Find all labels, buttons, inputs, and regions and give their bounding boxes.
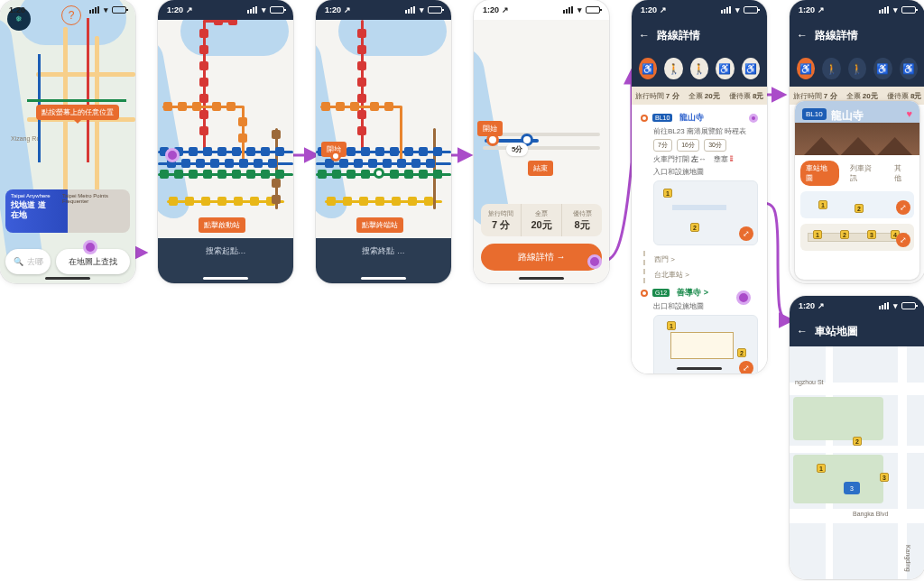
time-chip[interactable]: 7分 (653, 139, 672, 152)
search-pill[interactable]: 🔍 去哪 (5, 249, 51, 274)
hint-tooltip: 點擊終端站 (356, 217, 403, 233)
screen-metro-pick-start: 1:20 ↗ ▾ 10x 點擊啟動站 搜索起點… (158, 0, 293, 283)
hint-tooltip: 點按螢幕上的任意位置 (36, 105, 119, 120)
statusbar: 1:20 ↗ ▾ (474, 0, 609, 20)
station-link[interactable]: 善導寺 > (677, 287, 708, 299)
mode-selector: ♿ 🚶 🚶 ♿ ♿ (632, 51, 767, 87)
station-link[interactable]: 龍山寺 (679, 112, 704, 124)
tab-other[interactable]: 其他 (889, 161, 914, 186)
station-start[interactable] (330, 151, 341, 161)
screen-station-map: 1:20 ↗▾ ←車站地圖 ngzhou St Bangka Blvd Kang… (790, 296, 924, 579)
back-icon[interactable]: ← (797, 325, 808, 337)
line-code: BL10 (652, 114, 672, 122)
back-icon[interactable]: ← (639, 29, 650, 42)
statusbar: 1:20 ▾ (0, 0, 135, 20)
page-title: 車站地圖 (815, 324, 858, 339)
screen-map-home: 1:20 ▾ Xizang Rd ❅ ? 點按螢幕上的任意位置 Taipei A… (0, 0, 135, 283)
favorite-icon[interactable]: ♥ (906, 108, 912, 119)
map-canvas[interactable]: Xizang Rd ❅ ? 點按螢幕上的任意位置 Taipei Anywhere… (0, 0, 135, 283)
search-icon: 🔍 (14, 257, 23, 266)
mode-walk[interactable]: 🚶 (664, 58, 682, 79)
expand-icon[interactable]: ⤢ (896, 200, 910, 215)
header: ← 路線詳情 (632, 20, 767, 51)
travel-time-pill: 5分 (506, 143, 528, 156)
flow-anchor (83, 240, 97, 254)
station-name: 龍山寺 (831, 108, 864, 124)
screen-metro-pick-end: 1:20 ↗ ▾ 10x 開始 點擊終端站 搜索終點 … (316, 0, 451, 283)
intermediate-stops[interactable]: 西門 > 台北車站 > (643, 251, 758, 283)
statusbar: 1:20 ↗ ▾ (632, 0, 767, 20)
promo-banner[interactable]: Taipei Anywhere 找地道 道在地 Taipei Metro Poi… (5, 189, 130, 233)
mode-walk2[interactable]: 🚶 (690, 58, 708, 79)
station-area-map[interactable]: ngzhou St Bangka Blvd Kangding 1 2 3 3 (790, 346, 924, 579)
start-label: 開始 (477, 121, 503, 136)
statusbar: 1:20 ↗ ▾ (158, 0, 293, 20)
page-title: 路線詳情 (657, 28, 700, 43)
entrance-map[interactable]: 1 2 ⤢ (653, 180, 758, 245)
mini-area-map[interactable]: 1 2 ⤢ (800, 191, 914, 218)
tab-train-info[interactable]: 列車資訊 (845, 161, 883, 186)
expand-icon[interactable]: ⤢ (739, 361, 753, 374)
back-icon[interactable]: ← (797, 29, 808, 42)
flow-anchor (736, 290, 751, 305)
hint-tooltip: 點擊啟動站 (199, 217, 245, 233)
time-chip[interactable]: 30分 (704, 139, 726, 152)
mode-accessible2[interactable]: ♿ (742, 58, 760, 79)
metro-map[interactable]: 開始 點擊終端站 (316, 20, 451, 238)
sheet-tabs: 車站地圖 列車資訊 其他 (795, 155, 919, 191)
statusbar: 1:20 ↗ ▾ (316, 0, 451, 20)
end-label: 結束 (528, 161, 553, 176)
station-sheet: BL10 龍山寺 ♥ 車站地圖 列車資訊 其他 1 2 ⤢ 1 2 3 4 (795, 101, 919, 280)
exit-map[interactable]: 1 2 ⤢ (653, 315, 758, 374)
screen-station-sheet: 1:20 ↗▾ ←路線詳情 ♿ 🚶 🚶 ♿ ♿ 旅行時間 7 分 全票 20元 … (790, 0, 924, 283)
screen-route-summary: 1:20 ↗ ▾ ← 開始 5分 結束 旅行時間7 分 全票20元 優待票8元 … (474, 0, 609, 283)
route-shield: 3 (844, 482, 860, 494)
congestion-icon: ⦙⦙⦙ (730, 155, 733, 163)
time-chip[interactable]: 16分 (677, 139, 699, 152)
mode-accessible[interactable]: ♿ (716, 58, 734, 79)
flow-anchor (587, 254, 602, 269)
mode-wheelchair[interactable]: ♿ (639, 58, 657, 79)
expand-icon[interactable]: ⤢ (896, 233, 910, 247)
road-label: Xizang Rd (11, 135, 40, 142)
fare-summary: 旅行時間7 分 全票20元 優待票8元 (481, 204, 602, 236)
metro-map[interactable]: 點擊啟動站 (158, 20, 293, 238)
schedule-text: 前往BL23 南港展覽館 時程表 (653, 126, 758, 136)
expand-icon[interactable]: ⤢ (739, 226, 753, 241)
trip-stats: 旅行時間 7 分 全票 20元 優待票 8元 (632, 87, 767, 105)
mini-floorplan[interactable]: 1 2 3 4 ⤢ (800, 224, 914, 251)
route-timeline: BL10 龍山寺 前往BL23 南港展覽館 時程表 7分 16分 30分 火車門… (632, 105, 767, 374)
status-time: 1:20 (9, 5, 25, 14)
screen-route-detail: 1:20 ↗ ▾ ← 路線詳情 ♿ 🚶 🚶 ♿ ♿ 旅行時間 7 分 全票 20… (632, 0, 767, 374)
flow-anchor (749, 114, 758, 123)
line-badge: BL10 (802, 108, 827, 120)
line-code: G12 (652, 289, 670, 297)
flow-anchor (165, 148, 180, 162)
station-photo: BL10 龍山寺 ♥ (795, 101, 919, 155)
route-detail-button[interactable]: 路線詳情 → (481, 244, 602, 271)
station-selected[interactable] (374, 168, 384, 179)
tab-station-map[interactable]: 車站地圖 (800, 161, 839, 186)
